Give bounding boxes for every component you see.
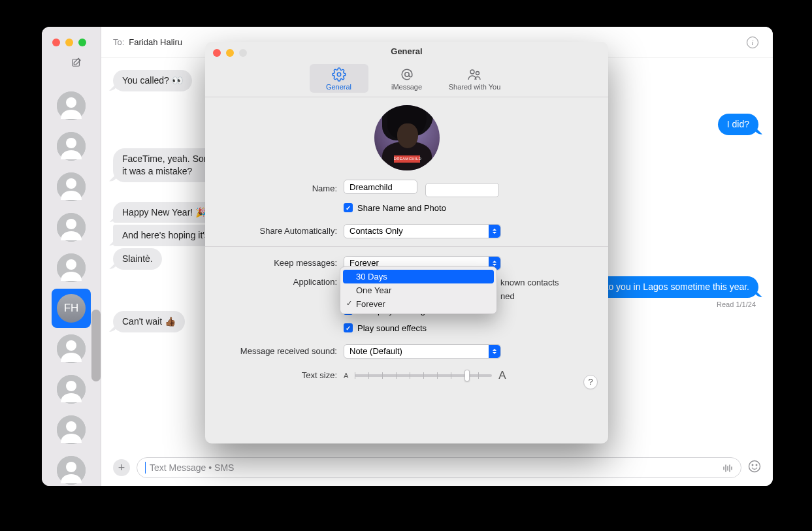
profile-avatar[interactable]: DREAMCHILD bbox=[374, 105, 440, 170]
avatar bbox=[57, 456, 86, 485]
app-partial-text: known contacts bbox=[500, 278, 559, 287]
keep-messages-menu: 30 Days One Year Forever bbox=[340, 266, 497, 314]
list-item-selected[interactable]: FH bbox=[52, 289, 91, 328]
avatar: FH bbox=[57, 294, 86, 323]
avatar bbox=[57, 132, 86, 161]
list-item[interactable] bbox=[52, 208, 91, 247]
sidebar: FH bbox=[42, 27, 101, 486]
svg-point-19 bbox=[749, 460, 760, 472]
gear-icon bbox=[310, 67, 368, 82]
name-first-input[interactable]: Dreamchild bbox=[344, 180, 417, 194]
checkbox-icon bbox=[344, 323, 353, 332]
info-icon[interactable]: i bbox=[747, 37, 758, 48]
people-icon bbox=[446, 67, 504, 82]
list-item[interactable] bbox=[52, 127, 91, 166]
avatar bbox=[57, 415, 86, 444]
slider-thumb[interactable] bbox=[464, 370, 470, 381]
list-item[interactable] bbox=[52, 451, 91, 486]
name-last-input[interactable] bbox=[425, 183, 499, 197]
message-in[interactable]: Happy New Year! 🎉 bbox=[113, 202, 216, 223]
svg-point-6 bbox=[66, 178, 76, 189]
list-item[interactable] bbox=[52, 370, 91, 409]
audio-message-icon[interactable] bbox=[721, 462, 734, 477]
close-icon[interactable] bbox=[213, 49, 221, 57]
tab-imessage[interactable]: iMessage bbox=[378, 64, 436, 93]
avatar bbox=[57, 172, 86, 201]
list-item[interactable] bbox=[52, 167, 91, 206]
scrollbar-thumb[interactable] bbox=[91, 310, 101, 381]
share-name-photo-checkbox[interactable]: Share Name and Photo bbox=[344, 203, 598, 213]
maximize-disabled-icon bbox=[239, 49, 247, 57]
close-icon[interactable] bbox=[52, 39, 60, 46]
window-controls bbox=[42, 27, 101, 46]
emoji-icon[interactable] bbox=[748, 460, 761, 476]
input-bar: + Text Message • SMS bbox=[101, 449, 773, 486]
svg-point-18 bbox=[66, 462, 76, 472]
application-label: Application: bbox=[216, 277, 344, 287]
slider-min-label: A bbox=[344, 372, 348, 379]
tab-shared-with-you[interactable]: Shared with You bbox=[446, 64, 504, 93]
checkbox-label: Play sound effects bbox=[357, 323, 427, 333]
checkbox-label: Share Name and Photo bbox=[357, 203, 446, 213]
help-button[interactable]: ? bbox=[583, 375, 598, 389]
minimize-icon[interactable] bbox=[226, 49, 234, 57]
list-item[interactable] bbox=[52, 329, 91, 368]
message-placeholder: Text Message • SMS bbox=[150, 462, 234, 473]
prefs-titlebar: General bbox=[205, 42, 608, 61]
svg-point-12 bbox=[66, 340, 76, 351]
text-size-slider[interactable]: A A bbox=[344, 369, 598, 382]
avatar-badge: DREAMCHILD bbox=[394, 155, 420, 163]
svg-point-4 bbox=[66, 138, 76, 148]
menu-item-30-days[interactable]: 30 Days bbox=[343, 270, 494, 283]
menu-item-forever[interactable]: Forever bbox=[343, 297, 494, 311]
message-in[interactable]: Can't wait 👍🏾 bbox=[113, 311, 185, 332]
message-input[interactable]: Text Message • SMS bbox=[137, 457, 741, 478]
avatar-initials: FH bbox=[64, 302, 79, 315]
tab-label: iMessage bbox=[391, 83, 422, 91]
keep-messages-label: Keep messages: bbox=[216, 258, 344, 268]
list-item[interactable] bbox=[52, 86, 91, 125]
tab-general[interactable]: General bbox=[310, 64, 368, 93]
compose-icon[interactable] bbox=[71, 57, 82, 71]
svg-point-16 bbox=[66, 421, 76, 432]
prefs-body: DREAMCHILD Name: Dreamchild Share Name a… bbox=[205, 97, 608, 398]
svg-point-2 bbox=[66, 97, 76, 108]
list-item[interactable] bbox=[52, 248, 91, 287]
conversation-list: FH bbox=[42, 81, 101, 486]
svg-point-23 bbox=[404, 72, 408, 76]
checkbox-icon bbox=[344, 203, 353, 212]
menu-item-one-year[interactable]: One Year bbox=[343, 283, 494, 297]
share-auto-label: Share Automatically: bbox=[216, 226, 344, 236]
app-partial-text-2: ned bbox=[500, 291, 515, 301]
prefs-title: General bbox=[205, 42, 608, 61]
message-in[interactable]: Slaintè. bbox=[113, 248, 162, 270]
svg-point-22 bbox=[337, 72, 341, 76]
maximize-icon[interactable] bbox=[78, 39, 86, 46]
share-auto-dropdown[interactable]: Contacts Only bbox=[344, 224, 501, 238]
attach-button[interactable]: + bbox=[113, 459, 130, 476]
message-in[interactable]: You called? 👀 bbox=[113, 70, 192, 91]
chevron-updown-icon bbox=[489, 345, 500, 358]
svg-point-10 bbox=[66, 259, 76, 270]
name-label: Name: bbox=[216, 184, 344, 193]
slider-track[interactable] bbox=[355, 374, 492, 377]
svg-point-25 bbox=[476, 72, 479, 75]
message-out[interactable]: I did? bbox=[718, 114, 758, 135]
svg-point-24 bbox=[470, 70, 474, 74]
message-sound-label: Message received sound: bbox=[216, 346, 344, 356]
avatar bbox=[57, 213, 86, 242]
svg-point-8 bbox=[66, 219, 76, 229]
message-sound-dropdown[interactable]: Note (Default) bbox=[344, 344, 501, 359]
divider bbox=[205, 246, 608, 247]
preferences-window: General General iMessage Shared with You… bbox=[205, 42, 608, 443]
avatar bbox=[57, 253, 86, 282]
to-label: To: bbox=[113, 37, 124, 47]
svg-point-14 bbox=[66, 381, 76, 391]
avatar bbox=[57, 91, 86, 120]
svg-point-21 bbox=[756, 464, 757, 466]
text-size-label: Text size: bbox=[216, 370, 344, 380]
svg-point-20 bbox=[752, 464, 753, 466]
list-item[interactable] bbox=[52, 410, 91, 449]
play-sound-effects-checkbox[interactable]: Play sound effects bbox=[344, 323, 598, 333]
minimize-icon[interactable] bbox=[65, 39, 73, 46]
